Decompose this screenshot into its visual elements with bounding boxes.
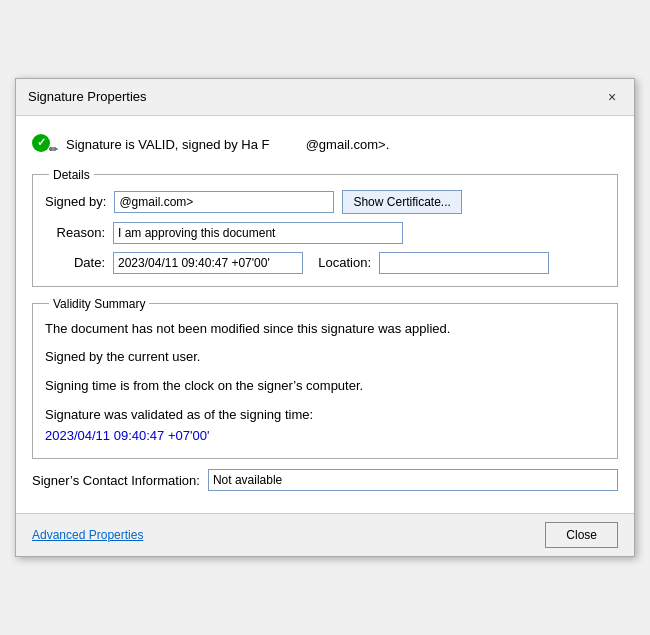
signature-status-text: Signature is VALID, signed by Ha F @gmai… bbox=[66, 137, 389, 152]
show-certificate-button[interactable]: Show Certificate... bbox=[342, 190, 461, 214]
status-email: @gmail.com>. bbox=[306, 137, 390, 152]
details-legend: Details bbox=[49, 168, 94, 182]
location-label: Location: bbox=[311, 255, 371, 270]
signed-by-input[interactable] bbox=[114, 191, 334, 213]
date-label: Date: bbox=[45, 255, 105, 270]
signature-status-row: ✓ ✏ Signature is VALID, signed by Ha F @… bbox=[32, 128, 618, 168]
signed-by-label: Signed by: bbox=[45, 194, 106, 209]
dialog-title: Signature Properties bbox=[28, 89, 147, 104]
status-text-main: Signature is VALID, signed by Ha F bbox=[66, 137, 270, 152]
pencil-icon: ✏ bbox=[49, 143, 58, 156]
dialog-body: ✓ ✏ Signature is VALID, signed by Ha F @… bbox=[16, 116, 634, 514]
signed-by-row: Signed by: Show Certificate... bbox=[45, 190, 605, 214]
reason-input[interactable] bbox=[113, 222, 403, 244]
validity-line4: Signature was validated as of the signin… bbox=[45, 405, 605, 447]
validity-legend: Validity Summary bbox=[49, 297, 149, 311]
contact-input[interactable] bbox=[208, 469, 618, 491]
signature-properties-dialog: Signature Properties × ✓ ✏ Signature is … bbox=[15, 78, 635, 558]
title-close-button[interactable]: × bbox=[602, 87, 622, 107]
validity-line1: The document has not been modified since… bbox=[45, 319, 605, 340]
valid-icon: ✓ ✏ bbox=[32, 134, 58, 156]
contact-row: Signer’s Contact Information: bbox=[32, 469, 618, 491]
validity-date: 2023/04/11 09:40:47 +07'00' bbox=[45, 428, 209, 443]
date-location-row: Date: Location: bbox=[45, 252, 605, 274]
contact-label: Signer’s Contact Information: bbox=[32, 473, 200, 488]
check-circle-icon: ✓ bbox=[32, 134, 50, 152]
date-input[interactable] bbox=[113, 252, 303, 274]
advanced-properties-button[interactable]: Advanced Properties bbox=[32, 528, 143, 542]
validity-line3: Signing time is from the clock on the si… bbox=[45, 376, 605, 397]
validity-line2: Signed by the current user. bbox=[45, 347, 605, 368]
close-button[interactable]: Close bbox=[545, 522, 618, 548]
validity-fieldset: Validity Summary The document has not be… bbox=[32, 297, 618, 460]
location-input[interactable] bbox=[379, 252, 549, 274]
reason-row: Reason: bbox=[45, 222, 605, 244]
reason-label: Reason: bbox=[45, 225, 105, 240]
dialog-footer: Advanced Properties Close bbox=[16, 513, 634, 556]
details-fieldset: Details Signed by: Show Certificate... R… bbox=[32, 168, 618, 287]
validity-line4-text: Signature was validated as of the signin… bbox=[45, 407, 313, 422]
validity-content: The document has not been modified since… bbox=[45, 319, 605, 447]
title-bar: Signature Properties × bbox=[16, 79, 634, 116]
